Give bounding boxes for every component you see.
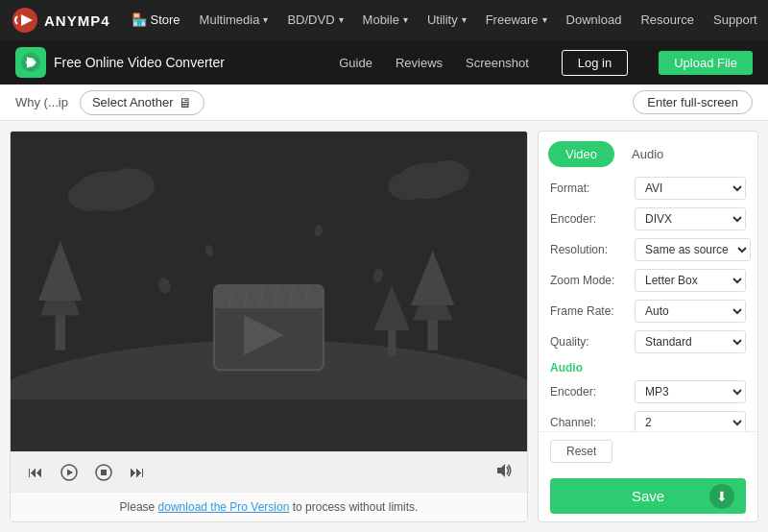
zoom-select[interactable]: Letter Box	[635, 269, 746, 292]
nav-bddvd[interactable]: BD/DVD ▾	[279, 0, 350, 40]
nav-reviews[interactable]: Reviews	[396, 56, 443, 70]
second-nav-links: Guide Reviews Screenshot Log in Upload F…	[339, 50, 753, 76]
svg-marker-37	[497, 464, 505, 477]
nav-resource[interactable]: Resource	[633, 0, 702, 40]
settings-body: Format: AVI Encoder: DIVX Resolution: Sa…	[539, 167, 757, 431]
save-section: Save ⬇	[539, 471, 757, 521]
video-player	[11, 132, 527, 451]
channel-select[interactable]: 2	[635, 411, 746, 431]
format-label: Format:	[550, 181, 635, 195]
settings-footer: Reset	[539, 431, 757, 471]
download-pro-link[interactable]: download the Pro Version	[158, 500, 290, 514]
format-row: Format: AVI	[550, 177, 746, 200]
toolbar-bar: Why (...ip Select Another 🖥 Enter full-s…	[0, 85, 768, 121]
nav-utility-label: Utility	[427, 0, 458, 40]
video-section: ⏮ ⏭	[10, 131, 528, 522]
nav-multimedia-label: Multimedia	[200, 0, 260, 40]
select-another-label: Select Another	[92, 95, 174, 109]
nav-mobile[interactable]: Mobile ▾	[355, 0, 416, 40]
channel-label: Channel:	[550, 416, 635, 429]
chevron-down-icon: ▾	[542, 0, 547, 40]
bottom-bar: Please download the Pro Version to proce…	[11, 492, 527, 521]
logo-area: ANYMP4	[12, 7, 110, 34]
encoder-select[interactable]: DIVX	[635, 207, 746, 230]
audio-encoder-select[interactable]: MP3	[635, 380, 746, 403]
zoom-label: Zoom Mode:	[550, 274, 635, 287]
audio-section-label: Audio	[550, 361, 746, 375]
store-icon: 🏪	[132, 0, 147, 40]
reset-button[interactable]: Reset	[550, 440, 612, 463]
nav-mobile-label: Mobile	[363, 0, 399, 40]
audio-encoder-row: Encoder: MP3	[550, 380, 746, 403]
nav-support[interactable]: Support	[706, 0, 765, 40]
tab-audio[interactable]: Audio	[614, 141, 681, 167]
volume-button[interactable]	[496, 463, 514, 481]
fast-forward-button[interactable]: ⏭	[126, 462, 149, 483]
log-in-button[interactable]: Log in	[562, 50, 628, 76]
top-nav: ANYMP4 🏪 Store Multimedia ▾ BD/DVD ▾ Mob…	[0, 0, 768, 40]
nav-bddvd-label: BD/DVD	[287, 0, 334, 40]
chevron-down-icon: ▾	[462, 0, 467, 40]
encoder-label: Encoder:	[550, 212, 635, 226]
nav-store[interactable]: 🏪 Store	[124, 0, 188, 40]
nav-freeware[interactable]: Freeware ▾	[478, 0, 555, 40]
svg-rect-36	[101, 470, 107, 475]
svg-point-15	[105, 168, 155, 204]
svg-rect-9	[428, 315, 438, 350]
main-area: ⏮ ⏭	[0, 121, 768, 532]
bottom-bar-text-before: Please	[120, 500, 158, 514]
play-button[interactable]	[57, 462, 82, 483]
nav-store-label: Store	[151, 0, 180, 40]
chevron-down-icon: ▾	[339, 0, 344, 40]
resolution-label: Resolution:	[550, 243, 635, 256]
nav-support-label: Support	[713, 0, 757, 40]
channel-row: Channel: 2	[550, 411, 746, 431]
stop-button[interactable]	[91, 462, 116, 483]
app-title: Free Online Video Converter	[54, 55, 225, 70]
nav-download-label: Download	[566, 0, 622, 40]
chevron-down-icon: ▾	[263, 0, 268, 40]
audio-encoder-label: Encoder:	[550, 385, 635, 399]
svg-point-16	[68, 181, 112, 211]
quality-row: Quality: Standard	[550, 330, 746, 353]
second-nav: Free Online Video Converter Guide Review…	[0, 40, 768, 85]
format-select[interactable]: AVI	[635, 177, 746, 200]
svg-rect-6	[56, 310, 65, 350]
nav-utility[interactable]: Utility ▾	[420, 0, 474, 40]
quality-label: Quality:	[550, 335, 635, 349]
bottom-bar-text-after: to process without limits.	[289, 500, 418, 514]
svg-marker-34	[67, 469, 73, 475]
framerate-row: Frame Rate: Auto	[550, 300, 746, 323]
svg-point-18	[425, 160, 469, 192]
save-label: Save	[632, 488, 664, 504]
logo-icon	[12, 7, 38, 34]
app-logo-icon	[15, 47, 46, 78]
video-controls: ⏮ ⏭	[11, 451, 527, 492]
zoom-row: Zoom Mode: Letter Box	[550, 269, 746, 292]
save-button[interactable]: Save ⬇	[550, 478, 746, 514]
logo-text: ANYMP4	[44, 12, 110, 29]
save-icon: ⬇	[709, 484, 734, 509]
encoder-row: Encoder: DIVX	[550, 207, 746, 230]
framerate-label: Frame Rate:	[550, 304, 635, 318]
video-background	[11, 132, 527, 451]
select-another-button[interactable]: Select Another 🖥	[80, 90, 205, 115]
full-screen-button[interactable]: Enter full-screen	[633, 90, 753, 114]
quality-select[interactable]: Standard	[635, 330, 746, 353]
video-illustration	[11, 132, 527, 399]
upload-file-button[interactable]: Upload File	[659, 51, 753, 75]
rewind-button[interactable]: ⏮	[24, 462, 47, 483]
app-logo: Free Online Video Converter	[15, 47, 225, 78]
nav-multimedia[interactable]: Multimedia ▾	[192, 0, 276, 40]
why-text: Why (...ip	[15, 95, 68, 109]
monitor-icon: 🖥	[179, 95, 192, 110]
nav-guide[interactable]: Guide	[339, 56, 372, 70]
chevron-down-icon: ▾	[403, 0, 408, 40]
nav-download[interactable]: Download	[559, 0, 630, 40]
resolution-select[interactable]: Same as source	[635, 238, 751, 261]
nav-resource-label: Resource	[640, 0, 694, 40]
framerate-select[interactable]: Auto	[635, 300, 746, 323]
svg-point-19	[388, 172, 427, 200]
tab-video[interactable]: Video	[548, 141, 614, 167]
nav-screenshot[interactable]: Screenshot	[466, 56, 529, 70]
